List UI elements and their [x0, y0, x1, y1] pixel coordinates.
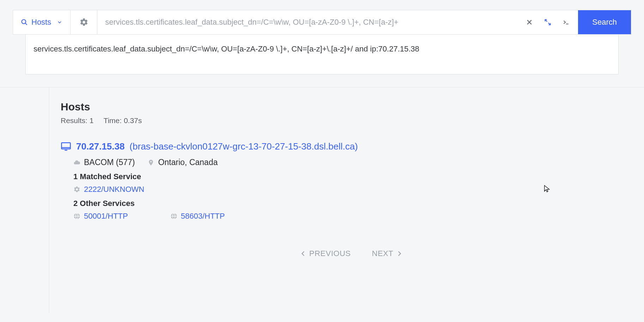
search-bar: Hosts Search	[13, 10, 631, 35]
host-hostname-link[interactable]: (bras-base-ckvlon0127w-grc-13-70-27-15-3…	[129, 141, 358, 152]
left-sidebar	[0, 87, 49, 313]
search-button[interactable]: Search	[578, 10, 631, 34]
chevron-down-icon	[57, 19, 62, 25]
service-label: 2222/UNKNOWN	[84, 185, 144, 194]
service-label: 50001/HTTP	[84, 212, 128, 221]
monitor-icon	[61, 141, 71, 152]
location-pin-icon	[147, 159, 154, 166]
search-icon	[21, 19, 28, 26]
other-services-row: 50001/HTTP 58603/HTTP	[73, 212, 642, 221]
service-link[interactable]: 2222/UNKNOWN	[73, 185, 144, 194]
matched-services-label: 1 Matched Service	[73, 172, 642, 181]
results-time: Time: 0.37s	[103, 116, 142, 125]
svg-point-0	[22, 20, 26, 24]
chevron-left-icon	[300, 250, 306, 257]
expanded-query-text: services.tls.certificates.leaf_data.subj…	[34, 44, 419, 53]
gear-icon	[79, 18, 89, 27]
previous-label: PREVIOUS	[309, 249, 351, 258]
gear-icon	[73, 186, 80, 193]
svg-line-1	[25, 23, 27, 25]
host-body: BACOM (577) Ontario, Canada 1 Matched Se…	[61, 158, 642, 221]
service-link[interactable]: 50001/HTTP	[73, 212, 128, 221]
results-count: Results: 1	[61, 116, 93, 125]
search-settings-button[interactable]	[71, 10, 97, 34]
collapse-icon	[544, 19, 551, 26]
content-area: Hosts Results: 1 Time: 0.37s 70.27.15.38…	[0, 87, 644, 313]
next-page-button[interactable]: NEXT	[372, 249, 403, 258]
search-input[interactable]	[97, 10, 517, 34]
raw-query-button[interactable]	[563, 19, 570, 26]
search-input-container	[97, 10, 578, 34]
service-label: 58603/HTTP	[181, 212, 225, 221]
previous-page-button[interactable]: PREVIOUS	[300, 249, 351, 258]
globe-icon	[73, 213, 80, 220]
search-scope-dropdown[interactable]: Hosts	[13, 10, 71, 34]
results-stats: Results: 1 Time: 0.37s	[61, 116, 642, 125]
service-link[interactable]: 58603/HTTP	[170, 212, 225, 221]
host-isp: BACOM (577)	[73, 158, 135, 167]
host-location-text: Ontario, Canada	[158, 158, 218, 167]
expanded-query-box[interactable]: services.tls.certificates.leaf_data.subj…	[25, 35, 619, 74]
host-meta-row: BACOM (577) Ontario, Canada	[73, 158, 642, 167]
host-location: Ontario, Canada	[147, 158, 218, 167]
host-isp-text: BACOM (577)	[84, 158, 135, 167]
search-scope-label: Hosts	[31, 18, 51, 27]
results-panel: Hosts Results: 1 Time: 0.37s 70.27.15.38…	[49, 87, 642, 313]
host-result: 70.27.15.38 (bras-base-ckvlon0127w-grc-1…	[61, 141, 642, 221]
page-title: Hosts	[61, 101, 642, 113]
search-input-actions	[517, 19, 578, 26]
matched-services-row: 2222/UNKNOWN	[73, 185, 642, 194]
host-ip-link[interactable]: 70.27.15.38	[76, 141, 124, 152]
search-button-label: Search	[592, 18, 617, 26]
search-area: Hosts Search services.t	[0, 0, 644, 74]
terminal-icon	[563, 19, 570, 26]
close-icon	[526, 19, 533, 26]
clear-search-button[interactable]	[526, 19, 533, 26]
cloud-icon	[73, 159, 80, 166]
collapse-search-button[interactable]	[544, 19, 551, 26]
globe-icon	[170, 213, 177, 220]
next-label: NEXT	[372, 249, 394, 258]
host-header: 70.27.15.38 (bras-base-ckvlon0127w-grc-1…	[61, 141, 642, 152]
pagination: PREVIOUS NEXT	[61, 249, 642, 272]
chevron-right-icon	[396, 250, 402, 257]
other-services-label: 2 Other Services	[73, 199, 642, 208]
